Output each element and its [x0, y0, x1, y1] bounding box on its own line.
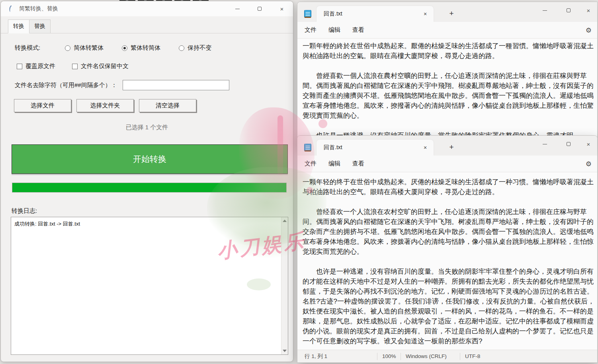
radio-t2s-label: 繁体转简体 — [131, 44, 160, 52]
radio-t2s[interactable]: 繁体转简体 — [122, 44, 160, 52]
maximize-button[interactable] — [559, 137, 578, 151]
log-scrollbar[interactable] — [281, 217, 288, 354]
notepad-titlebar: 回首.txt × + × — [297, 2, 597, 22]
paragraph: 也许是一种逃避，没有容纳百川的度量。当失败的阴影牢牢罩住整个的身心，灵魂才明白所… — [303, 267, 595, 346]
progress-bar-fill — [12, 183, 286, 192]
notepad-text-area[interactable]: 一顆年輕的終於在世俗中成熟起來。厭倦的枯燥乏味的生活都成了一種習慣。慵懶地呼吸著… — [297, 39, 597, 144]
menu-edit[interactable]: 编辑 — [324, 158, 345, 170]
options-row: 覆盖原文件 文件名仅保留中文 — [17, 62, 145, 70]
gear-icon[interactable]: ⚙ — [586, 156, 592, 172]
notepad-menubar: 文件 编辑 查看 ⚙ — [297, 156, 597, 172]
close-button[interactable]: × — [271, 1, 293, 16]
conversion-log[interactable]: 成功转换: 回首.txt -> 回首.txt — [11, 217, 288, 355]
minimize-icon — [235, 9, 240, 9]
menu-view[interactable]: 查看 — [348, 158, 369, 170]
notepad-window-traditional: 回首.txt × + × 文件 编辑 查看 ⚙ 一顆年輕的終於在世俗中成熟起來。… — [297, 2, 598, 144]
converter-titlebar: 简繁转换、替换 × — [1, 1, 293, 16]
new-tab-button[interactable]: + — [446, 8, 457, 19]
maximize-icon — [258, 7, 262, 11]
tab-close-icon[interactable]: × — [420, 9, 430, 19]
close-icon: × — [587, 141, 590, 148]
checkbox-icon — [17, 64, 22, 69]
start-convert-button[interactable]: 开始转换 — [12, 144, 288, 174]
strip-chars-input[interactable] — [123, 80, 229, 90]
log-line: 成功转换: 回首.txt -> 回首.txt — [14, 220, 278, 228]
strip-chars-label: 文件名去除字符（可用##间隔多个）： — [15, 82, 117, 89]
maximize-button[interactable] — [559, 4, 578, 17]
notepad-titlebar: 回首.txt × + × — [297, 136, 597, 156]
scroll-up-icon[interactable] — [283, 220, 287, 222]
menu-file[interactable]: 文件 — [300, 158, 321, 170]
choose-folder-button[interactable]: 选择文件夹 — [76, 99, 134, 112]
notebook-divider — [1, 33, 293, 33]
menu-edit[interactable]: 编辑 — [324, 24, 345, 36]
tab-close-icon[interactable]: × — [420, 142, 430, 153]
maximize-icon — [567, 8, 571, 12]
notepad-tab[interactable]: 回首.txt × — [317, 140, 434, 156]
tab-replace[interactable]: 替换 — [29, 19, 51, 33]
paragraph: 一顆年輕的終於在世俗中成熟起來。厭倦的枯燥乏味的生活都成了一種習慣。慵懶地呼吸著… — [303, 41, 595, 61]
conversion-mode-row: 转换模式: 简体转繁体 繁体转简体 保持不变 — [15, 44, 211, 52]
checkbox-overwrite-label: 覆盖原文件 — [25, 62, 55, 70]
maximize-icon — [567, 142, 571, 146]
minimize-icon — [543, 144, 547, 144]
close-button[interactable]: × — [579, 4, 598, 17]
radio-selected-icon — [122, 45, 127, 51]
new-tab-button[interactable]: + — [446, 141, 457, 153]
window-title: 简繁转换、替换 — [19, 5, 58, 12]
selected-files-status: 已选择 1 个文件 — [1, 124, 293, 131]
notepad-statusbar: 行 1, 列 1 100% Windows (CRLF) UTF-8 — [297, 350, 597, 362]
strip-chars-row: 文件名去除字符（可用##间隔多个）： — [15, 80, 229, 90]
notepad-icon — [304, 9, 312, 19]
scroll-down-icon[interactable] — [283, 350, 287, 352]
clear-selection-button[interactable]: 清空选择 — [139, 99, 196, 112]
radio-s2t[interactable]: 简体转繁体 — [65, 44, 104, 52]
close-icon: × — [587, 7, 590, 14]
notepad-menubar: 文件 编辑 查看 ⚙ — [297, 22, 597, 39]
cursor-position: 行 1, 列 1 — [297, 353, 377, 360]
minimize-icon — [543, 10, 547, 11]
checkbox-icon — [72, 64, 78, 69]
encoding: UTF-8 — [460, 353, 597, 359]
python-feather-icon — [7, 5, 14, 12]
checkbox-chinese-only[interactable]: 文件名仅保留中文 — [72, 62, 129, 70]
tab-title: 回首.txt — [324, 10, 420, 18]
gear-icon[interactable]: ⚙ — [586, 22, 592, 39]
menu-view[interactable]: 查看 — [348, 24, 369, 36]
maximize-button[interactable] — [248, 1, 271, 16]
menu-file[interactable]: 文件 — [300, 24, 321, 36]
radio-s2t-label: 简体转繁体 — [74, 44, 104, 52]
mode-label: 转换模式: — [15, 44, 40, 52]
radio-keep-label: 保持不变 — [188, 44, 211, 52]
tab-title: 回首.txt — [324, 144, 420, 151]
notepad-window-simplified: 回首.txt × + × 文件 编辑 查看 ⚙ 一颗年轻的终于在世俗中成熟起来。… — [297, 135, 598, 363]
close-button[interactable]: × — [579, 137, 598, 151]
choose-file-button[interactable]: 选择文件 — [14, 99, 71, 112]
paragraph: 曾經喜歡一個人流浪在農村空曠的田野上，任心追逐淡而深情的泥土味，徘徊在莊稼與野草… — [303, 71, 595, 121]
minimize-button[interactable] — [226, 1, 248, 16]
desktop: 简繁转换、替换 × 转换 替换 转换模式: 简体转繁体 繁体转简体 — [0, 0, 598, 364]
close-icon: × — [280, 6, 284, 12]
radio-keep[interactable]: 保持不变 — [179, 44, 211, 52]
checkbox-overwrite[interactable]: 覆盖原文件 — [17, 62, 55, 70]
minimize-button[interactable] — [535, 4, 554, 17]
notepad-tab[interactable]: 回首.txt × — [317, 6, 434, 22]
paragraph: 曾经喜欢一个人流浪在农村空旷的田野上，任心追逐淡而深情的泥土味，徘徊在庄稼与野草… — [303, 207, 595, 257]
zoom-level: 100% — [377, 353, 401, 359]
converter-window: 简繁转换、替换 × 转换 替换 转换模式: 简体转繁体 繁体转简体 — [0, 1, 293, 362]
tab-convert[interactable]: 转换 — [8, 19, 29, 33]
paragraph: 一颗年轻的终于在世俗中成熟起来。厌倦的枯燥乏味的生活都成了一种习惯。慵懒地呼吸著… — [303, 177, 595, 197]
minimize-button[interactable] — [535, 137, 554, 151]
progress-bar — [12, 183, 287, 193]
radio-icon — [179, 45, 184, 51]
notepad-text-area[interactable]: 一颗年轻的终于在世俗中成熟起来。厌倦的枯燥乏味的生活都成了一种习惯。慵懒地呼吸著… — [297, 172, 597, 350]
notebook-tabs: 转换 替换 — [8, 19, 50, 33]
log-label: 转换日志: — [12, 207, 37, 215]
line-ending: Windows (CRLF) — [401, 353, 460, 359]
notepad-icon — [304, 143, 312, 152]
radio-icon — [65, 45, 70, 51]
file-buttons-row: 选择文件 选择文件夹 清空选择 — [14, 99, 201, 112]
checkbox-chinese-only-label: 文件名仅保留中文 — [81, 62, 129, 70]
